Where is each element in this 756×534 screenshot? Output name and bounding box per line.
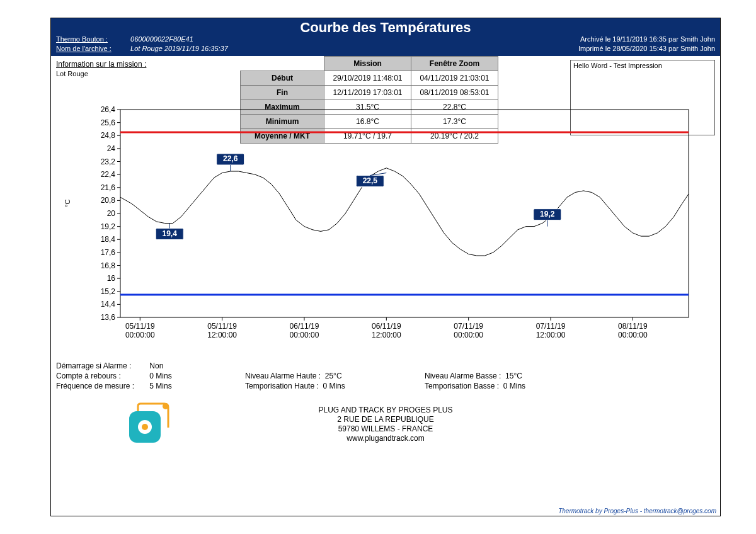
credit-text: Thermotrack by Proges-Plus - thermotrack… [558, 508, 716, 514]
svg-text:00:00:00: 00:00:00 [290, 331, 319, 339]
start-alarm-val: Non [149, 361, 163, 370]
summary-cell: 12/11/2019 17:03:01 [324, 86, 411, 100]
svg-line-66 [370, 173, 386, 176]
svg-point-72 [142, 424, 148, 430]
svg-text:26,4: 26,4 [101, 106, 116, 114]
countdown-val: 0 Mins [149, 372, 171, 380]
countdown-lbl: Compte à rebours : [56, 372, 147, 380]
logo-icon [127, 402, 171, 446]
archive-label: Nom de l'archive : [56, 44, 129, 54]
svg-text:24,8: 24,8 [101, 131, 116, 140]
svg-text:25,6: 25,6 [101, 118, 116, 127]
svg-text:07/11/19: 07/11/19 [536, 322, 566, 331]
chart-ylabel: °C [64, 200, 71, 207]
report-header: Courbe des Températures Thermo Bouton : … [51, 18, 720, 56]
svg-text:06/11/19: 06/11/19 [290, 322, 319, 331]
printed-text: Imprimé le 28/05/2020 15:43 par Smith Jo… [578, 44, 715, 54]
svg-text:16,8: 16,8 [101, 261, 116, 270]
report-title: Courbe des Températures [51, 20, 720, 36]
svg-text:06/11/19: 06/11/19 [372, 322, 401, 331]
svg-text:08/11/19: 08/11/19 [618, 322, 648, 331]
start-alarm-lbl: Démarrage si Alarme : [56, 361, 147, 370]
alarm-high-val: 25°C [325, 372, 342, 380]
svg-text:07/11/19: 07/11/19 [454, 322, 483, 331]
svg-rect-0 [120, 110, 689, 317]
svg-text:18,4: 18,4 [101, 235, 116, 244]
mission-info: Information sur la mission : Lot Rouge [56, 60, 146, 77]
tempo-high-lbl: Temporisation Haute : [245, 382, 319, 390]
svg-text:05/11/19: 05/11/19 [125, 322, 155, 331]
svg-text:22,6: 22,6 [223, 154, 238, 163]
svg-text:24: 24 [107, 144, 116, 153]
svg-text:19,4: 19,4 [163, 229, 178, 238]
thermo-label: Thermo Bouton : [56, 35, 129, 44]
svg-point-73 [163, 403, 169, 409]
summary-cell: 29/10/2019 11:48:01 [324, 71, 411, 86]
svg-text:23,2: 23,2 [101, 157, 116, 166]
summary-cell: 04/11/2019 21:03:01 [411, 71, 498, 86]
alarm-high-lbl: Niveau Alarme Haute : [245, 372, 321, 380]
summary-col-mission: Mission [324, 57, 411, 71]
alarm-low-lbl: Niveau Alarme Basse : [425, 372, 501, 380]
svg-text:00:00:00: 00:00:00 [454, 331, 483, 339]
summary-cell: 08/11/2019 08:53:01 [411, 86, 498, 100]
tempo-low-val: 0 Mins [503, 382, 525, 390]
svg-text:12:00:00: 12:00:00 [207, 331, 237, 339]
summary-col-zoom: Fenêtre Zoom [411, 57, 498, 71]
freq-val: 5 Mins [149, 382, 171, 390]
chart-svg: 26,425,624,82423,222,421,620,82019,218,4… [76, 106, 695, 352]
svg-text:21,6: 21,6 [101, 183, 116, 192]
archived-text: Archivé le 19/11/2019 16:35 par Smith Jo… [578, 35, 715, 44]
svg-text:17,6: 17,6 [101, 248, 116, 257]
tempo-high-val: 0 Mins [323, 382, 345, 390]
svg-text:12:00:00: 12:00:00 [536, 331, 566, 339]
summary-row-label: Fin [241, 86, 324, 100]
svg-text:22,5: 22,5 [363, 176, 378, 185]
svg-text:19,2: 19,2 [101, 222, 116, 231]
tempo-low-lbl: Temporisation Basse : [425, 382, 499, 390]
svg-text:15,2: 15,2 [101, 287, 116, 296]
archive-value: Lot Rouge 2019/11/19 16:35:37 [130, 44, 228, 54]
footer-params: Démarrage si Alarme : Non Compte à rebou… [56, 361, 715, 392]
svg-text:19,2: 19,2 [540, 210, 555, 219]
freq-lbl: Fréquence de mesure : [56, 382, 147, 390]
temperature-chart: °C 26,425,624,82423,222,421,620,82019,21… [76, 106, 695, 352]
svg-text:20: 20 [107, 209, 116, 218]
svg-text:05/11/19: 05/11/19 [207, 322, 237, 331]
mission-info-title: Information sur la mission : [56, 60, 146, 69]
report-frame: Courbe des Températures Thermo Bouton : … [50, 18, 721, 516]
svg-text:16: 16 [107, 274, 116, 283]
alarm-low-val: 15°C [505, 372, 522, 380]
thermo-value: 0600000022F80E41 [130, 35, 193, 44]
svg-text:12:00:00: 12:00:00 [372, 331, 401, 339]
svg-text:14,4: 14,4 [101, 300, 116, 309]
svg-text:00:00:00: 00:00:00 [618, 331, 648, 339]
summary-row-label: Début [241, 71, 324, 86]
svg-text:00:00:00: 00:00:00 [125, 331, 155, 339]
svg-text:22,4: 22,4 [101, 170, 116, 179]
mission-info-name: Lot Rouge [56, 70, 146, 77]
svg-text:13,6: 13,6 [101, 313, 116, 322]
svg-text:20,8: 20,8 [101, 196, 116, 205]
